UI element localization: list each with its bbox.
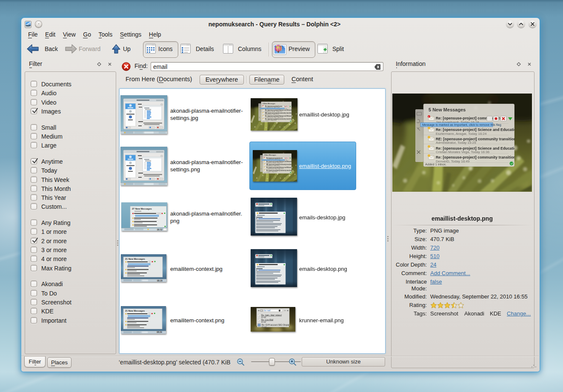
svg-text:5 New Messages: 5 New Messages [429,107,466,112]
svg-text:Esztermann, Ansgar, Today 16:2: Esztermann, Ansgar, Today 16:24 [436,132,487,136]
svg-text:Re: [opensuse-project] communi: Re: [opensuse-project] community transit… [436,155,516,159]
svg-text:Message is marked as Important: Message is marked as Important, click to… [422,123,501,127]
svg-text:Message is marked as Important: Message is marked as Important, click to… [260,108,287,109]
svg-text:06:52: 06:52 [157,228,163,231]
svg-text:Email: Email [262,326,267,328]
svg-text:Re: [opensuse-project] Science: Re: [opensuse-project] Science and Educa… [265,115,295,117]
svg-text:RE: [opensuse-project] communi: RE: [opensuse-project] community transit… [265,112,292,114]
svg-text:Re: [opensuse-project] Science: Re: [opensuse-project] Science and Educa… [436,128,526,132]
svg-text:Administrator, Today 15:25: Administrator, Today 15:25 [436,141,476,145]
svg-text:Email: Email [261,321,266,323]
svg-text:Esztermann, Ansgar, Today 16:2: Esztermann, Ansgar, Today 16:24 [266,162,283,164]
svg-text:21 New Messages: 21 New Messages [125,258,145,260]
svg-text:Added 1 inbox.: Added 1 inbox. [263,172,270,173]
svg-text:27 New Messages: 27 New Messages [132,207,152,210]
svg-text:5 New Messages: 5 New Messages [264,154,276,156]
svg-text:Administrator, Today 15:25: Administrator, Today 15:25 [266,165,279,167]
svg-text:?: ? [284,310,286,312]
svg-text:Re: [opensuse-project] Science: Re: [opensuse-project] Science and Educa… [436,146,526,151]
svg-text:Added 1 inbox.: Added 1 inbox. [262,121,269,122]
svg-text:Cristian Morales Vega, Today 1: Cristian Morales Vega, Today 16:36 [436,150,490,154]
svg-text:Added 1 inbox.: Added 1 inbox. [425,162,446,166]
svg-text:RE: [opensuse-project] communi: RE: [opensuse-project] community transit… [436,137,516,141]
svg-text:Email: Email [261,316,266,318]
svg-text:Cristian Morales Vega, Today 1: Cristian Morales Vega, Today 16:36 [266,168,283,170]
svg-text:08:29: 08:29 [157,331,162,333]
svg-text:!: ! [428,116,429,118]
svg-text:Re: [opensuse-project] communi: Re: [opensuse-project] community transit… [265,118,292,120]
svg-text:21 New Messages: 21 New Messages [125,310,145,312]
svg-text:5 New Messages: 5 New Messages [263,103,275,105]
svg-text:08:29: 08:29 [157,279,163,282]
svg-text:ke mail: ke mail [264,310,271,312]
svg-text:Re: [opensuse-project] Science: Re: [opensuse-project] Science and Educa… [265,109,295,111]
